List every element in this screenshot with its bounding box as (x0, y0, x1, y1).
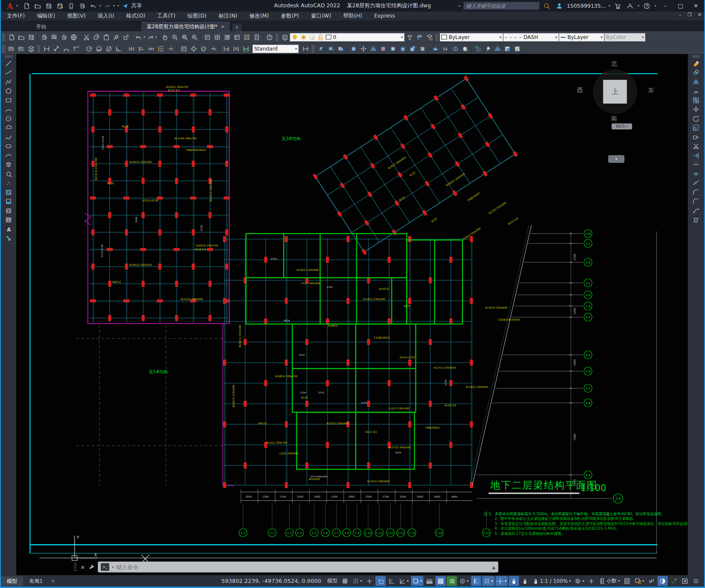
view-cube-north[interactable]: 北 (611, 60, 617, 68)
menu-item-3[interactable]: 插入(I) (92, 12, 120, 21)
help-search-input[interactable] (463, 2, 540, 10)
doc-minimize-button[interactable]: – (679, 12, 681, 18)
print-preview-button[interactable] (49, 33, 59, 42)
layout-tab-model[interactable]: 模型 (1, 576, 23, 586)
object-snap-tracking-button[interactable]: ▾ (495, 576, 508, 586)
close-button[interactable]: ✕ (690, 1, 702, 11)
a-caret-icon[interactable]: ▾ (638, 4, 639, 8)
annotation-visibility-button[interactable] (509, 576, 519, 586)
qat-customize-icon[interactable]: ▾ (117, 4, 119, 8)
dim-quick-button[interactable] (126, 44, 136, 53)
spline-button[interactable] (2, 132, 15, 142)
brush-tool-button[interactable] (483, 44, 492, 53)
layer-combo-caret-icon[interactable]: ▾ (401, 35, 403, 39)
point-button[interactable] (2, 179, 15, 188)
divide-button[interactable] (2, 234, 15, 243)
lineweight-combo[interactable]: — ByLayer ▾ (559, 33, 604, 42)
dynamic-ucs-button[interactable] (471, 576, 481, 586)
qnew-button[interactable] (21, 1, 32, 10)
redo-caret-icon[interactable]: ▾ (113, 4, 115, 8)
paste-button[interactable] (101, 33, 111, 42)
dim-space-button[interactable] (156, 44, 166, 53)
layer-previous-button[interactable] (414, 33, 424, 42)
help-icon[interactable] (642, 1, 652, 10)
transparency-display-button[interactable] (435, 576, 446, 586)
line-button[interactable] (2, 59, 15, 68)
properties-button[interactable] (202, 33, 212, 42)
search-icon[interactable] (542, 1, 552, 10)
new-button[interactable] (6, 33, 16, 42)
redo-button[interactable] (102, 1, 112, 10)
view-cube-south[interactable]: 南 (611, 115, 617, 123)
maximize-button[interactable]: □ (674, 1, 687, 11)
logo-caret-icon[interactable]: ▾ (16, 4, 18, 8)
dim-angular-button[interactable] (114, 44, 123, 53)
dim-style-manager-button[interactable] (300, 44, 310, 53)
menu-item-0[interactable]: 文件(F) (1, 12, 31, 21)
multiline-text-button[interactable]: A (2, 225, 15, 234)
subtract-button[interactable] (326, 44, 336, 53)
tolerance-button[interactable] (179, 44, 189, 53)
extrude-button[interactable] (348, 44, 358, 53)
hatch-button[interactable] (2, 188, 15, 197)
fillet-button[interactable] (690, 197, 702, 207)
rotate-button[interactable] (690, 114, 702, 123)
zoom-previous-button[interactable] (189, 33, 199, 42)
selection-cycling-button[interactable] (447, 576, 457, 586)
explode-button[interactable] (690, 216, 702, 225)
dim-aligned-button[interactable] (51, 44, 61, 53)
object-snap-button[interactable]: ▾ (482, 576, 495, 586)
undo-button[interactable] (88, 1, 99, 10)
save-file-button[interactable] (26, 33, 36, 42)
break-button[interactable] (690, 169, 702, 179)
blend-curves-button[interactable] (690, 206, 702, 216)
graphics-performance-button[interactable] (657, 576, 668, 586)
rotate-face-button[interactable] (388, 44, 398, 53)
menu-item-1[interactable]: 编辑(E) (31, 12, 61, 21)
publish-web-button[interactable] (69, 33, 78, 42)
redo-tool-button[interactable] (145, 33, 155, 42)
account-caret-icon[interactable]: ▾ (609, 4, 610, 8)
doc-close-button[interactable]: ✕ (698, 12, 702, 18)
move-tool-button[interactable] (358, 44, 368, 53)
lock-ui-button[interactable]: ▾ (633, 576, 645, 586)
polyline-button[interactable] (2, 77, 15, 87)
print-button[interactable] (39, 33, 49, 42)
customize-status-bar-button[interactable] (691, 576, 701, 586)
model-paper-toggle-button[interactable]: 模型 (326, 576, 339, 586)
dim-style-caret-icon[interactable]: ▾ (295, 47, 297, 51)
share-label[interactable]: 共享 (131, 2, 142, 9)
units-button[interactable]: 小数▾ (597, 576, 621, 586)
add-selected-button[interactable] (473, 44, 483, 53)
view-box-button[interactable] (502, 44, 512, 53)
menu-item-9[interactable]: 参数(P) (275, 12, 305, 21)
break-at-point-button[interactable] (690, 160, 702, 170)
thicken-button[interactable] (440, 44, 450, 53)
menu-item-7[interactable]: 标注(N) (213, 12, 243, 21)
lineweight-display-button[interactable] (424, 576, 435, 586)
navigation-bar[interactable]: ▾ (608, 155, 624, 163)
tab-drawing[interactable]: 某28层剪力墙住宅结构设计图* ✕ (141, 22, 230, 31)
erase-button[interactable] (690, 59, 702, 68)
open-file-button[interactable] (16, 33, 26, 42)
create-block-button[interactable] (2, 169, 15, 179)
dim-jogline-button[interactable] (208, 44, 218, 53)
dim-radius-button[interactable] (84, 44, 94, 53)
ellipse-button[interactable] (2, 142, 15, 151)
isometric-drafting-button[interactable]: ▾ (411, 576, 423, 586)
new-tab-button[interactable]: + (232, 24, 242, 31)
dim-style-combo[interactable]: Standard ▾ (252, 45, 299, 53)
color-combo[interactable]: ByLayer ▾ (440, 33, 503, 42)
view-cube[interactable]: 北 南 西 东 上 (583, 60, 647, 124)
save-as-button[interactable] (55, 1, 65, 10)
stretch-button[interactable] (690, 132, 702, 142)
command-customize-icon[interactable] (88, 563, 96, 572)
trim-button[interactable] (690, 142, 702, 151)
chamfer-button[interactable] (690, 188, 702, 197)
quick-properties-button[interactable] (622, 576, 632, 586)
view-cube-east[interactable]: 东 (648, 87, 654, 94)
offset-button[interactable] (690, 87, 702, 96)
save-button[interactable] (44, 1, 54, 10)
clean-screen-button[interactable] (680, 576, 690, 586)
array-button[interactable] (690, 96, 702, 105)
